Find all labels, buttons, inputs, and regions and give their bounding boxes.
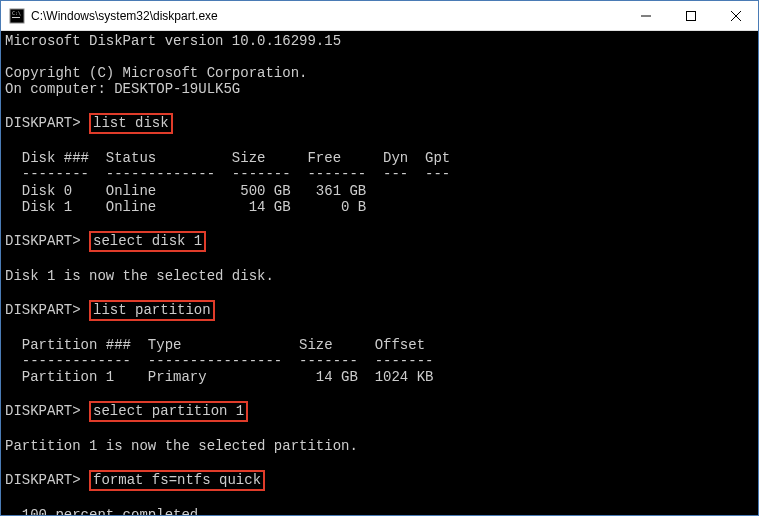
cmd-select-disk: select disk 1 — [89, 231, 206, 252]
close-button[interactable] — [713, 1, 758, 30]
disk-row: Disk 0 Online 500 GB 361 GB — [5, 183, 366, 199]
copyright-line: Copyright (C) Microsoft Corporation. — [5, 65, 307, 81]
terminal-output[interactable]: Microsoft DiskPart version 10.0.16299.15… — [1, 31, 758, 515]
window-title: C:\Windows\system32\diskpart.exe — [31, 9, 623, 23]
cmd-list-partition: list partition — [89, 300, 215, 321]
partition-table-header: Partition ### Type Size Offset — [5, 337, 425, 353]
titlebar: C:\ C:\Windows\system32\diskpart.exe — [1, 1, 758, 31]
diskpart-window: C:\ C:\Windows\system32\diskpart.exe Mic… — [0, 0, 759, 516]
cmd-list-disk: list disk — [89, 113, 173, 134]
svg-rect-4 — [686, 11, 695, 20]
select-disk-msg: Disk 1 is now the selected disk. — [5, 268, 274, 284]
format-progress: 100 percent completed — [5, 507, 198, 515]
disk-table-divider: -------- ------------- ------- ------- -… — [5, 166, 450, 182]
app-icon: C:\ — [9, 8, 25, 24]
select-partition-msg: Partition 1 is now the selected partitio… — [5, 438, 358, 454]
svg-rect-2 — [12, 17, 20, 18]
disk-row: Disk 1 Online 14 GB 0 B — [5, 199, 366, 215]
cmd-select-partition: select partition 1 — [89, 401, 248, 422]
prompt: DISKPART> — [5, 403, 81, 419]
disk-table-header: Disk ### Status Size Free Dyn Gpt — [5, 150, 450, 166]
prompt: DISKPART> — [5, 115, 81, 131]
svg-text:C:\: C:\ — [12, 10, 21, 16]
partition-table-divider: ------------- ---------------- ------- -… — [5, 353, 433, 369]
version-line: Microsoft DiskPart version 10.0.16299.15 — [5, 33, 341, 49]
partition-row: Partition 1 Primary 14 GB 1024 KB — [5, 369, 433, 385]
computer-line: On computer: DESKTOP-19ULK5G — [5, 81, 240, 97]
prompt: DISKPART> — [5, 233, 81, 249]
cmd-format: format fs=ntfs quick — [89, 470, 265, 491]
prompt: DISKPART> — [5, 302, 81, 318]
window-controls — [623, 1, 758, 30]
minimize-button[interactable] — [623, 1, 668, 30]
prompt: DISKPART> — [5, 472, 81, 488]
maximize-button[interactable] — [668, 1, 713, 30]
